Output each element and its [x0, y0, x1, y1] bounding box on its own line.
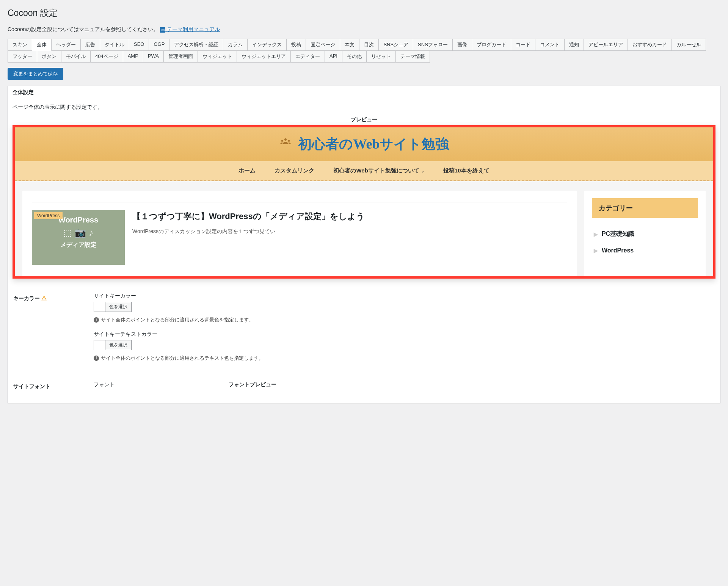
warning-icon: ⚠	[41, 295, 47, 301]
category-badge: WordPress	[34, 212, 63, 219]
font-label: サイトフォント	[13, 376, 89, 398]
section-heading: 全体設定	[8, 86, 720, 99]
entry-excerpt: WordPressのディスカッション設定の内容を１つずつ見てい	[132, 228, 567, 235]
tab-6[interactable]: OGP	[149, 39, 169, 51]
tab-3[interactable]: 広告	[80, 39, 100, 51]
tab-14[interactable]: SNSシェア	[378, 39, 413, 51]
keycolor-label: キーカラー ⚠	[13, 287, 89, 375]
preview-nav-item[interactable]: 投稿10本を終えて	[443, 167, 490, 174]
site-preview: 初心者のWebサイト勉強 ホームカスタムリンク初心者のWebサイト勉強について⌄…	[13, 125, 715, 279]
page-description: Cocoonの設定全般についてはマニュアルを参照してください。 ▭ テーマ利用マ…	[8, 26, 720, 33]
tab-37[interactable]: テーマ情報	[395, 50, 430, 63]
preview-nav: ホームカスタムリンク初心者のWebサイト勉強について⌄投稿10本を終えて	[15, 161, 713, 181]
tab-27[interactable]: 404ページ	[90, 50, 123, 63]
section-description: ページ全体の表示に関する設定です。	[13, 104, 715, 111]
tab-13[interactable]: 目次	[359, 39, 379, 51]
manual-link[interactable]: ▭ テーマ利用マニュアル	[160, 26, 220, 32]
entry-title: 【１つずつ丁寧に】WordPressの「メディア設定」をしよう	[132, 210, 567, 222]
tab-25[interactable]: ボタン	[37, 50, 61, 63]
sidebar-category-item[interactable]: ▶PC基礎知識	[592, 226, 698, 243]
tab-0[interactable]: スキン	[8, 39, 32, 51]
tab-21[interactable]: アピールエリア	[584, 39, 628, 51]
tab-36[interactable]: リセット	[366, 50, 396, 63]
tab-33[interactable]: エディター	[290, 50, 325, 63]
color-select-button[interactable]: 色を選択	[105, 302, 131, 312]
tab-7[interactable]: アクセス解析・認証	[169, 39, 223, 51]
hint-text: i サイト全体のポイントとなる部分に適用される背景色を指定します。	[94, 317, 711, 323]
book-icon: ▭	[160, 27, 165, 33]
tab-15[interactable]: SNSフォロー	[413, 39, 453, 51]
preview-main: WordPress WordPress ⬚ 📷 ♪ メディア設定 【１つずつ丁寧…	[22, 191, 577, 276]
tab-12[interactable]: 本文	[340, 39, 359, 51]
hint-text: i サイト全体のポイントとなる部分に適用されるテキスト色を指定します。	[94, 355, 711, 362]
preview-nav-item[interactable]: 初心者のWebサイト勉強について⌄	[333, 167, 424, 174]
preview-entry: WordPress WordPress ⬚ 📷 ♪ メディア設定 【１つずつ丁寧…	[32, 202, 567, 265]
settings-tabs: スキン全体ヘッダー広告タイトルSEOOGPアクセス解析・認証カラムインデックス投…	[8, 39, 720, 62]
tab-19[interactable]: コメント	[535, 39, 565, 51]
tab-34[interactable]: API	[325, 50, 342, 63]
tab-11[interactable]: 固定ページ	[306, 39, 340, 51]
tab-4[interactable]: タイトル	[100, 39, 129, 51]
tab-31[interactable]: ウィジェット	[198, 50, 237, 63]
tab-24[interactable]: フッター	[8, 50, 37, 63]
info-icon: i	[94, 356, 99, 361]
preview-nav-item[interactable]: カスタムリンク	[275, 167, 314, 174]
color-swatch	[94, 340, 105, 350]
tab-5[interactable]: SEO	[129, 39, 149, 51]
tab-10[interactable]: 投稿	[286, 39, 306, 51]
tab-20[interactable]: 通知	[564, 39, 584, 51]
tab-1[interactable]: 全体	[32, 39, 52, 51]
tab-16[interactable]: 画像	[452, 39, 472, 51]
preview-body: WordPress WordPress ⬚ 📷 ♪ メディア設定 【１つずつ丁寧…	[15, 181, 713, 276]
people-icon	[279, 136, 292, 153]
preview-site-title: 初心者のWebサイト勉強	[279, 135, 449, 154]
settings-form: キーカラー ⚠ サイトキーカラー 色を選択 i サイト全体	[13, 286, 715, 398]
tab-18[interactable]: コード	[511, 39, 535, 51]
tab-23[interactable]: カルーセル	[672, 39, 706, 51]
preview-thumbnail: WordPress WordPress ⬚ 📷 ♪ メディア設定	[32, 210, 125, 265]
preview-label: プレビュー	[13, 116, 715, 123]
tab-26[interactable]: モバイル	[61, 50, 91, 63]
tab-22[interactable]: おすすめカード	[628, 39, 672, 51]
tab-17[interactable]: ブログカード	[472, 39, 511, 51]
preview-sidebar: カテゴリー ▶PC基礎知識▶WordPress	[584, 191, 706, 276]
tab-30[interactable]: 管理者画面	[163, 50, 198, 63]
page-title: Cocoon 設定	[8, 4, 720, 20]
site-key-text-color-picker[interactable]: 色を選択	[94, 340, 132, 350]
color-swatch	[94, 302, 105, 312]
sidebar-heading: カテゴリー	[592, 198, 698, 218]
settings-panel: 全体設定 ページ全体の表示に関する設定です。 プレビュー 初心者のWebサイト勉…	[8, 86, 720, 403]
tab-2[interactable]: ヘッダー	[51, 39, 81, 51]
preview-header: 初心者のWebサイト勉強	[15, 127, 713, 161]
sidebar-category-item[interactable]: ▶WordPress	[592, 243, 698, 259]
chevron-right-icon: ▶	[594, 248, 598, 254]
chevron-right-icon: ▶	[594, 231, 598, 237]
tab-9[interactable]: インデックス	[247, 39, 287, 51]
save-button[interactable]: 変更をまとめて保存	[8, 68, 63, 80]
site-key-color-picker[interactable]: 色を選択	[94, 302, 132, 312]
tab-28[interactable]: AMP	[123, 50, 143, 63]
chevron-down-icon: ⌄	[421, 169, 424, 173]
preview-nav-item[interactable]: ホーム	[238, 167, 256, 174]
info-icon: i	[94, 317, 99, 323]
color-select-button[interactable]: 色を選択	[105, 340, 131, 350]
tab-32[interactable]: ウィジェットエリア	[237, 50, 291, 63]
media-icons: ⬚ 📷 ♪	[36, 227, 121, 238]
tab-8[interactable]: カラム	[223, 39, 248, 51]
tab-29[interactable]: PWA	[143, 50, 164, 63]
tab-35[interactable]: その他	[342, 50, 367, 63]
